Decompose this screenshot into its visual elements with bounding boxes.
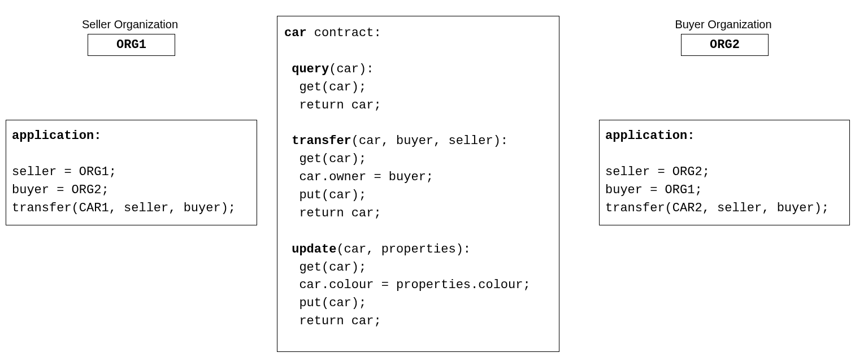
contract-header-rest: contract: xyxy=(307,26,381,40)
query-sig: (car): xyxy=(329,62,374,76)
app-left-l1: seller = ORG1; xyxy=(12,165,116,179)
update-l4: return car; xyxy=(284,314,381,328)
update-sig: (car, properties): xyxy=(336,242,471,256)
transfer-kw: transfer xyxy=(284,134,351,148)
buyer-org-box: ORG2 xyxy=(681,34,769,56)
buyer-application-box: application: seller = ORG2; buyer = ORG1… xyxy=(599,120,850,225)
query-l1: get(car); xyxy=(284,80,366,94)
buyer-org-label: Buyer Organization xyxy=(672,18,774,31)
update-l1: get(car); xyxy=(284,260,366,275)
transfer-l2: car.owner = buyer; xyxy=(284,170,433,184)
seller-org-label: Seller Organization xyxy=(79,18,181,31)
transfer-l1: get(car); xyxy=(284,152,366,166)
app-left-l2: buyer = ORG2; xyxy=(12,183,109,197)
transfer-l4: return car; xyxy=(284,206,381,220)
app-left-l3: transfer(CAR1, seller, buyer); xyxy=(12,201,236,215)
transfer-l3: put(car); xyxy=(284,188,366,202)
contract-box: car contract: query(car): get(car); retu… xyxy=(277,16,559,352)
seller-org-box: ORG1 xyxy=(88,34,175,56)
transfer-sig: (car, buyer, seller): xyxy=(351,134,508,148)
app-right-l1: seller = ORG2; xyxy=(605,165,710,179)
app-right-l2: buyer = ORG1; xyxy=(605,183,702,197)
contract-header-kw: car xyxy=(284,26,307,40)
app-right-title: application: xyxy=(605,129,695,143)
query-l2: return car; xyxy=(284,98,381,112)
update-kw: update xyxy=(284,242,336,256)
query-kw: query xyxy=(284,62,329,76)
update-l3: put(car); xyxy=(284,296,366,310)
seller-application-box: application: seller = ORG1; buyer = ORG2… xyxy=(6,120,257,225)
app-left-title: application: xyxy=(12,129,101,143)
update-l2: car.colour = properties.colour; xyxy=(284,278,531,292)
app-right-l3: transfer(CAR2, seller, buyer); xyxy=(605,201,829,215)
